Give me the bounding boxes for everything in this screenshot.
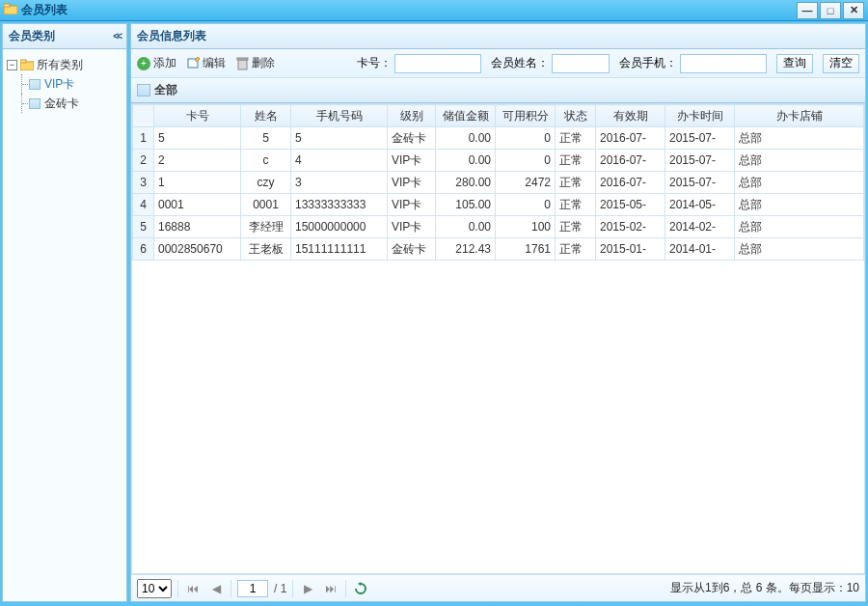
cell-shop: 总部 <box>735 172 864 194</box>
refresh-button[interactable] <box>352 580 369 597</box>
tree-root[interactable]: − 所有类别 <box>7 55 122 74</box>
titlebar: 会员列表 — □ ✕ <box>0 0 868 21</box>
col-open[interactable]: 办卡时间 <box>665 105 735 127</box>
cell-index: 6 <box>133 238 154 261</box>
cell-open: 2015-07- <box>665 127 735 150</box>
cell-index: 3 <box>133 172 154 194</box>
sidebar: 会员类别 << − 所有类别 VIP卡 <box>2 23 127 602</box>
first-page-button[interactable]: ⏮ <box>184 580 202 597</box>
last-page-button[interactable]: ⏭ <box>322 580 339 597</box>
col-name[interactable]: 姓名 <box>241 105 291 127</box>
edit-icon <box>186 57 200 70</box>
add-icon: + <box>137 57 150 70</box>
table-row[interactable]: 40001000113333333333VIP卡105.000正常2015-05… <box>133 194 864 216</box>
phone-label: 会员手机： <box>619 55 677 71</box>
col-valid[interactable]: 有效期 <box>596 105 665 127</box>
col-phone[interactable]: 手机号码 <box>291 105 388 127</box>
svg-rect-1 <box>4 4 10 7</box>
cell-name: c <box>241 150 291 172</box>
category-tree: − 所有类别 VIP卡 金砖卡 <box>3 49 126 601</box>
query-button[interactable]: 查询 <box>776 54 813 73</box>
tree-item-label: 金砖卡 <box>44 96 79 112</box>
col-shop[interactable]: 办卡店铺 <box>735 105 864 127</box>
page-number-input[interactable] <box>237 580 268 597</box>
cell-level: VIP卡 <box>388 150 436 172</box>
add-button[interactable]: + 添加 <box>137 55 176 71</box>
tree-item-gold[interactable]: 金砖卡 <box>28 94 122 113</box>
table-header-row: 卡号 姓名 手机号码 级别 储值金额 可用积分 状态 有效期 办卡时间 办卡店铺 <box>133 105 864 127</box>
cell-valid: 2016-07- <box>596 127 665 150</box>
cell-open: 2014-01- <box>665 238 735 261</box>
cell-phone: 4 <box>291 150 388 172</box>
delete-button[interactable]: 删除 <box>235 55 275 71</box>
cell-valid: 2015-01- <box>596 238 665 261</box>
folder-open-icon <box>20 59 34 70</box>
cell-points: 100 <box>496 216 556 238</box>
name-input[interactable] <box>552 54 610 73</box>
cell-shop: 总部 <box>735 216 864 238</box>
page-size-select[interactable]: 10 <box>137 579 172 598</box>
pager-status: 显示从1到6，总 6 条。每页显示：10 <box>670 580 859 596</box>
delete-icon <box>235 57 249 70</box>
name-label: 会员姓名： <box>491 55 549 71</box>
cell-amount: 0.00 <box>436 216 496 238</box>
minimize-button[interactable]: — <box>797 2 818 19</box>
cell-shop: 总部 <box>735 238 864 261</box>
cell-index: 2 <box>133 150 154 172</box>
svg-rect-6 <box>237 58 248 60</box>
cell-level: 金砖卡 <box>388 238 436 261</box>
card-input[interactable] <box>394 54 481 73</box>
folder-icon <box>4 3 17 17</box>
cell-points: 0 <box>496 150 556 172</box>
cell-status: 正常 <box>556 194 596 216</box>
cell-shop: 总部 <box>735 127 864 150</box>
grid-title-text: 全部 <box>154 82 177 98</box>
cell-card: 0001 <box>154 194 241 216</box>
table-row[interactable]: 60002850670王老板15111111111金砖卡212.431761正常… <box>133 238 864 261</box>
col-index[interactable] <box>133 105 154 127</box>
tree-collapse-icon[interactable]: − <box>7 60 17 70</box>
table-row[interactable]: 22c4VIP卡0.000正常2016-07-2015-07-总部 <box>133 150 864 172</box>
cell-index: 5 <box>133 216 154 238</box>
cell-points: 0 <box>496 194 556 216</box>
sidebar-title: 会员类别 <box>9 28 55 44</box>
col-points[interactable]: 可用积分 <box>496 105 556 127</box>
phone-input[interactable] <box>680 54 767 73</box>
maximize-button[interactable]: □ <box>820 2 841 19</box>
svg-rect-5 <box>238 60 247 69</box>
tree-item-vip[interactable]: VIP卡 <box>28 74 122 94</box>
cell-status: 正常 <box>556 150 596 172</box>
table-row[interactable]: 516888李经理15000000000VIP卡0.00100正常2015-02… <box>133 216 864 238</box>
cell-open: 2015-07- <box>665 172 735 194</box>
cell-open: 2014-02- <box>665 216 735 238</box>
tree-root-label: 所有类别 <box>37 57 83 73</box>
delete-label: 删除 <box>252 55 275 71</box>
cell-card: 5 <box>154 127 241 150</box>
col-card[interactable]: 卡号 <box>154 105 241 127</box>
cell-amount: 212.43 <box>436 238 496 261</box>
cell-card: 0002850670 <box>154 238 241 261</box>
close-button[interactable]: ✕ <box>843 2 864 19</box>
edit-button[interactable]: 编辑 <box>186 55 226 71</box>
add-label: 添加 <box>153 55 176 71</box>
col-amount[interactable]: 储值金额 <box>436 105 496 127</box>
edit-label: 编辑 <box>203 55 226 71</box>
cell-card: 16888 <box>154 216 241 238</box>
cell-level: VIP卡 <box>388 216 436 238</box>
cell-open: 2014-05- <box>665 194 735 216</box>
col-level[interactable]: 级别 <box>388 105 436 127</box>
cell-index: 4 <box>133 194 154 216</box>
table-row[interactable]: 31czy3VIP卡280.002472正常2016-07-2015-07-总部 <box>133 172 864 194</box>
collapse-sidebar-icon[interactable]: << <box>113 31 121 41</box>
clear-button[interactable]: 清空 <box>823 54 859 73</box>
cell-name: 0001 <box>241 194 291 216</box>
leaf-icon <box>28 97 41 109</box>
cell-status: 正常 <box>556 238 596 261</box>
next-page-button[interactable]: ▶ <box>299 580 316 597</box>
member-table: 卡号 姓名 手机号码 级别 储值金额 可用积分 状态 有效期 办卡时间 办卡店铺… <box>132 104 864 261</box>
col-status[interactable]: 状态 <box>556 105 596 127</box>
table-row[interactable]: 1555金砖卡0.000正常2016-07-2015-07-总部 <box>133 127 864 150</box>
prev-page-button[interactable]: ◀ <box>207 580 225 597</box>
card-label: 卡号： <box>357 55 392 71</box>
sidebar-header: 会员类别 << <box>3 24 126 49</box>
